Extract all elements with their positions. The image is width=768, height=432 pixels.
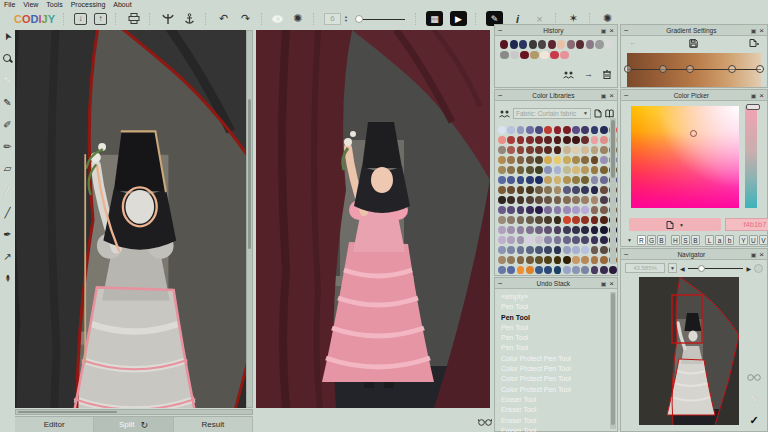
library-swatch[interactable]: [517, 126, 525, 134]
saturation-value-square[interactable]: [631, 106, 739, 208]
library-swatch[interactable]: [517, 226, 525, 234]
library-swatch[interactable]: [507, 246, 515, 254]
undo-button[interactable]: ↶: [216, 12, 231, 26]
zoom-out-arrow-icon[interactable]: ◀: [680, 265, 685, 272]
library-swatch[interactable]: [507, 146, 515, 154]
library-swatch[interactable]: [498, 226, 506, 234]
mode-button-B[interactable]: B: [691, 235, 700, 245]
history-swatch[interactable]: [519, 40, 527, 49]
library-swatch[interactable]: [498, 186, 506, 194]
library-swatch[interactable]: [517, 266, 525, 274]
color-cursor[interactable]: [690, 130, 697, 137]
library-swatch[interactable]: [517, 196, 525, 204]
gradient-save-icon[interactable]: [689, 34, 698, 52]
mode-button-Y[interactable]: Y: [739, 235, 748, 245]
history-swatch[interactable]: [510, 40, 518, 49]
library-swatch[interactable]: [572, 236, 580, 244]
library-swatch[interactable]: [563, 216, 571, 224]
library-swatch[interactable]: [498, 146, 506, 154]
library-swatch[interactable]: [554, 216, 562, 224]
tab-result[interactable]: Result: [174, 417, 253, 432]
library-swatch[interactable]: [535, 266, 543, 274]
menu-file[interactable]: File: [4, 0, 15, 9]
library-swatch[interactable]: [535, 136, 543, 144]
library-swatch[interactable]: [563, 266, 571, 274]
library-swatch[interactable]: [544, 146, 552, 154]
library-swatch[interactable]: [600, 166, 608, 174]
library-swatch[interactable]: [581, 176, 589, 184]
library-swatch[interactable]: [498, 166, 506, 174]
close-icon[interactable]: ×: [609, 91, 614, 100]
library-swatch[interactable]: [526, 246, 534, 254]
library-scrollbar[interactable]: [610, 118, 616, 264]
library-swatch[interactable]: [572, 226, 580, 234]
color-libraries-panel-header[interactable]: − Color Libraries ▣ ×: [495, 90, 617, 101]
dock-icon[interactable]: ▣: [751, 251, 757, 258]
tool-gradient-line[interactable]: ╱: [1, 184, 14, 197]
library-swatch[interactable]: [535, 146, 543, 154]
library-swatch[interactable]: [498, 246, 506, 254]
collapse-icon[interactable]: −: [624, 26, 632, 35]
library-swatch[interactable]: [609, 266, 617, 274]
library-swatch[interactable]: [498, 176, 506, 184]
undo-item[interactable]: Color Protect Pen Tool: [501, 385, 609, 395]
library-swatch[interactable]: [554, 136, 562, 144]
mode-dropdown-icon[interactable]: ▼: [627, 235, 632, 245]
library-swatch[interactable]: [591, 166, 599, 174]
library-swatch[interactable]: [581, 226, 589, 234]
library-swatch[interactable]: [600, 206, 608, 214]
history-swatch[interactable]: [520, 51, 529, 60]
history-swatch[interactable]: [595, 40, 603, 49]
tool-pencil[interactable]: ✏: [1, 140, 14, 153]
library-swatch[interactable]: [572, 136, 580, 144]
tool-brush[interactable]: ✒: [1, 228, 14, 241]
library-swatch[interactable]: [517, 216, 525, 224]
tool-gradient-pen[interactable]: ✎: [1, 74, 14, 87]
library-swatch[interactable]: [526, 226, 534, 234]
collapse-icon[interactable]: −: [498, 26, 506, 35]
library-swatch[interactable]: [535, 226, 543, 234]
gradient-export-icon[interactable]: [749, 34, 759, 52]
library-swatch[interactable]: [563, 226, 571, 234]
undo-scrollbar[interactable]: [610, 292, 616, 429]
history-swatch[interactable]: [605, 40, 613, 49]
brush-size-stepper[interactable]: ▲ ▼: [344, 15, 348, 23]
library-swatch[interactable]: [554, 126, 562, 134]
close-icon[interactable]: ×: [609, 279, 614, 288]
undo-item[interactable]: Color Protect Pen Tool: [501, 364, 609, 374]
tab-split[interactable]: Split ↻: [94, 417, 173, 432]
dock-icon[interactable]: ▣: [601, 92, 607, 99]
library-swatch[interactable]: [498, 196, 506, 204]
library-swatch[interactable]: [535, 126, 543, 134]
history-swatch[interactable]: [500, 40, 508, 49]
undo-stack-panel-header[interactable]: − Undo Stack ▣ ×: [495, 278, 617, 289]
library-swatch[interactable]: [591, 126, 599, 134]
undo-item[interactable]: «empty»: [501, 292, 609, 302]
library-swatch[interactable]: [600, 266, 608, 274]
gradient-bar[interactable]: [627, 53, 761, 87]
library-swatch[interactable]: [526, 146, 534, 154]
library-swatch[interactable]: [554, 176, 562, 184]
library-swatch[interactable]: [498, 156, 506, 164]
scrollbar-thumb[interactable]: [18, 411, 117, 413]
library-swatch[interactable]: [498, 136, 506, 144]
library-swatch[interactable]: [572, 206, 580, 214]
library-swatch[interactable]: [544, 156, 552, 164]
library-swatch[interactable]: [526, 166, 534, 174]
library-swatch[interactable]: [544, 246, 552, 254]
clear-history-trash-icon[interactable]: [603, 65, 611, 83]
refresh-icon[interactable]: ↻: [141, 420, 149, 430]
library-swatch[interactable]: [507, 216, 515, 224]
library-swatch[interactable]: [535, 246, 543, 254]
library-swatch[interactable]: [572, 166, 580, 174]
library-swatch[interactable]: [563, 136, 571, 144]
library-swatch[interactable]: [554, 246, 562, 254]
library-swatch[interactable]: [591, 156, 599, 164]
library-swatch[interactable]: [581, 156, 589, 164]
strokes-tree-button[interactable]: [160, 12, 175, 26]
library-swatch[interactable]: [600, 186, 608, 194]
mode-button-G[interactable]: G: [647, 235, 656, 245]
library-swatch[interactable]: [517, 136, 525, 144]
library-swatch[interactable]: [591, 146, 599, 154]
mode-button-a[interactable]: a: [715, 235, 724, 245]
